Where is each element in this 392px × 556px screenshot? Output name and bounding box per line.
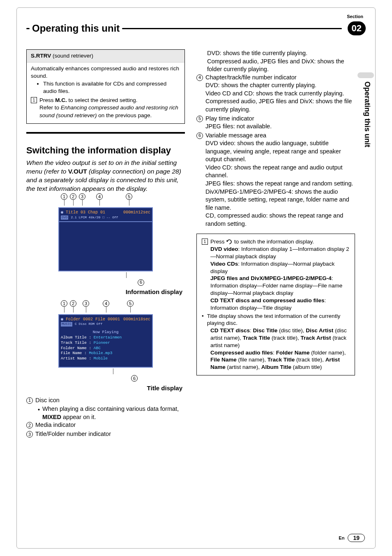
step-prefix: Press	[39, 97, 55, 103]
callout2-3: 3	[83, 300, 89, 307]
screen1-blank	[58, 222, 153, 271]
r-num-5: 5	[196, 116, 203, 122]
instruction-box: 1Press to switch the information display…	[196, 234, 355, 375]
box-step-line: 1Press to switch the information display…	[202, 238, 350, 246]
r6e: CD, compressed audio: shows the repeat r…	[205, 212, 355, 228]
callout-2: 2	[70, 193, 76, 200]
bullet-icon: •	[202, 313, 204, 327]
r4b: Video CD and CD: shows the track current…	[205, 90, 355, 98]
section-rule	[26, 132, 185, 134]
screen1-title: Title 03	[66, 210, 85, 215]
r4a: DVD: shows the chapter currently playing…	[205, 81, 355, 90]
r6d: DivX/MPEG-1/MPEG-2/MPEG-4: shows the aud…	[205, 188, 355, 212]
caption-info-display: Information display	[26, 288, 182, 296]
title-display-screen: ◉ Folder 0002 File 00001 000min18sec MUS…	[58, 314, 153, 368]
callout2-2: 2	[70, 300, 76, 307]
srtrv-step-detail: Refer to Enhancing compressed audio and …	[39, 104, 180, 119]
ca-b2: Folder Name	[276, 350, 310, 356]
rule-left	[26, 28, 30, 29]
box-cd-detail: CD TEXT discs: Disc Title (disc title), …	[210, 327, 350, 349]
legend1-b: appear on it.	[61, 414, 96, 420]
r-num-6: 6	[196, 132, 203, 139]
box-cdtext: CD TEXT discs and compressed audio files…	[210, 297, 350, 312]
ca-t1: :	[273, 350, 276, 356]
legend-num-2: 2	[26, 422, 33, 429]
r4-desc: Chapter/track/file number indicator DVD:…	[205, 74, 355, 114]
box-dvd: DVD video: Information display 1—Informa…	[210, 246, 350, 260]
return-icon	[226, 239, 233, 245]
legend-1: 1 Disc icon	[26, 396, 185, 405]
srtrv-header-rest: (sound retriever)	[51, 53, 93, 59]
callout2-5: 5	[127, 300, 134, 307]
legend-2-text: Media indicator	[35, 421, 76, 429]
ca-b3: File Name	[210, 357, 237, 363]
ca-b1: Compressed audio files	[210, 350, 273, 356]
screen2-row2: C Disc RDM Off	[75, 322, 102, 327]
r5a: JPEG files: not available.	[205, 123, 272, 131]
cd-b4: Track Title	[243, 335, 270, 341]
callout2-4: 4	[103, 300, 109, 307]
switching-heading: Switching the information display	[26, 144, 185, 157]
side-tab-label: Operating this unit	[363, 81, 371, 147]
legend-1-sub-text: When playing a disc containing various d…	[42, 405, 185, 421]
legend-num-3: 3	[26, 431, 33, 438]
legend-1-text: Disc icon	[35, 396, 60, 405]
screen2-time: 000min18sec	[123, 317, 150, 322]
now-playing-label: Now Playing	[61, 330, 150, 335]
screen1-badge: DVD	[61, 215, 68, 220]
bullet-icon: •	[38, 406, 40, 421]
cd-b1: CD TEXT discs	[210, 327, 250, 334]
display2-callout-bottom: 6	[52, 368, 159, 382]
r6a: DVD video: shows the audio language, sub…	[205, 139, 355, 164]
cd-t1: :	[250, 327, 253, 334]
legend1-bold: MIXED	[42, 414, 61, 420]
screen2-file: File 00001	[95, 317, 120, 322]
ca-t2: (folder name),	[310, 350, 346, 356]
callout2-1: 1	[61, 300, 67, 307]
screen1-chap: Chap 01	[88, 210, 105, 215]
step-rest: to select the desired setting.	[67, 97, 138, 103]
cd-t2: (disc title),	[277, 327, 306, 334]
r6b: Video CD: shows the repeat range and aud…	[205, 164, 355, 180]
srtrv-header-bold: S.RTRV	[31, 53, 51, 59]
box-bullet-text: Title display shows the text information…	[207, 313, 350, 327]
chapter-title: Operating this unit	[32, 23, 120, 34]
r-num-4: 4	[196, 74, 203, 81]
srtrv-header: S.RTRV (sound retriever)	[27, 50, 184, 63]
srtrv-bullet-list: This function is available for CDs and c…	[37, 80, 180, 95]
ca-b6: Album Title	[261, 364, 291, 370]
box-vcd: Video CDs: Information display—Normal pl…	[210, 260, 350, 275]
legend-3: 3 Title/Folder number indicator	[26, 430, 185, 438]
footer-lang: En	[339, 535, 344, 540]
display1-callouts-top: 1 2 3 4 5	[52, 193, 159, 206]
box-step-b: to switch the information display.	[233, 239, 314, 245]
srtrv-para: Automatically enhances compressed audio …	[31, 65, 180, 80]
box-step-num: 1	[202, 239, 208, 245]
callout-1: 1	[61, 193, 67, 200]
information-display-screen: ◉ Title 03 Chap 01 000min12sec DVD 2.1 L…	[58, 207, 153, 222]
legend-2: 2 Media indicator	[26, 421, 185, 429]
box-ca-detail: Compressed audio files: Folder Name (fol…	[210, 349, 350, 371]
r-item-6: 6 Variable message area DVD video: shows…	[196, 132, 355, 228]
legend-3-text: Title/Folder number indicator	[35, 430, 111, 438]
artist-label: Artist Name :	[61, 356, 91, 361]
legend-num-1: 1	[26, 397, 33, 404]
artist-val: Mobile	[94, 356, 108, 361]
track-val: Pioneer	[94, 341, 110, 345]
foldername-label: Folder Name :	[61, 346, 91, 350]
screen2-folder: Folder 0002	[66, 317, 93, 322]
ca-b4: Track Title	[267, 357, 295, 363]
ca-t4: (track title),	[295, 357, 325, 363]
screen1-time: 000min12sec	[123, 210, 150, 215]
page-footer: En 19	[339, 534, 365, 542]
filename-label: File Name :	[61, 351, 87, 355]
r6-desc: Variable message area DVD video: shows t…	[205, 132, 355, 228]
file-val: Mobile.mp3	[89, 351, 112, 355]
step-number-1: 1	[31, 97, 37, 103]
display2-callouts-top: 1 2 3 4 5	[52, 300, 159, 313]
r5-title: Play time indicator	[205, 115, 272, 123]
box-jpeg: JPEG files and DivX/MPEG-1/MPEG-2/MPEG-4…	[210, 275, 350, 297]
footer-page: 19	[348, 534, 365, 542]
switching-para: When the video output is set to on in th…	[26, 159, 185, 193]
page-header: Operating this unit 02	[26, 21, 366, 35]
